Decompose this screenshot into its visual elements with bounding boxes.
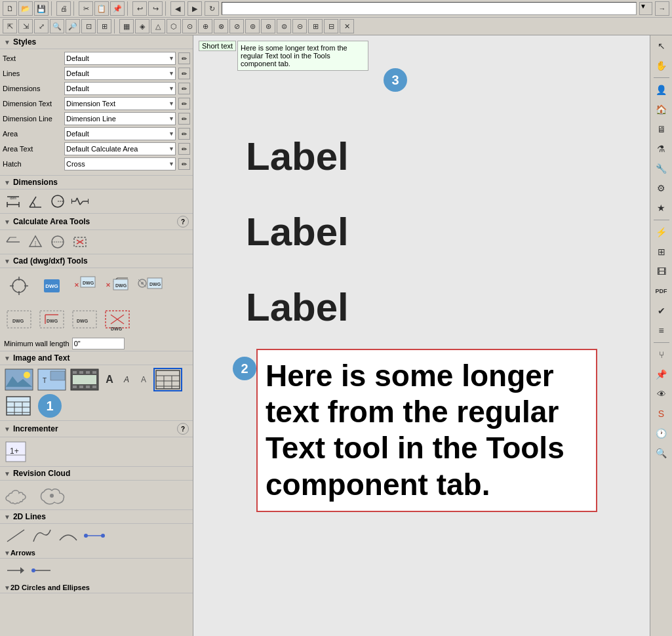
tool-r2[interactable]: ⇲ (18, 19, 33, 33)
calc-tool-3[interactable] (49, 233, 67, 251)
tool-r22[interactable]: ✕ (340, 19, 354, 33)
image-text-header[interactable]: ▼ Image and Text (0, 351, 193, 365)
style-select-dimensions[interactable]: Default (64, 82, 176, 95)
style-select-area-text[interactable]: Default Calculate Area (64, 142, 176, 155)
arrow-tool-2[interactable] (30, 561, 54, 580)
style-select-text[interactable]: Default (64, 52, 176, 65)
img-tool-table[interactable] (153, 368, 182, 391)
cad-dwg3-btn[interactable]: DWG (135, 271, 165, 301)
style-icon-text[interactable]: ✏ (178, 52, 190, 64)
tool-r6[interactable]: ⊡ (81, 19, 96, 33)
cad-dwg4-btn[interactable]: DWG (4, 304, 34, 334)
tool-r19[interactable]: ⊝ (292, 19, 307, 33)
refresh-btn[interactable]: ↻ (205, 1, 219, 16)
calc-help-btn[interactable]: ? (177, 216, 189, 228)
rt-check-btn[interactable]: ✔ (652, 302, 671, 320)
tool-r15[interactable]: ⊘ (229, 19, 244, 33)
img-tool-a[interactable]: A (119, 372, 134, 387)
img-tool-film[interactable] (69, 368, 100, 391)
cad-dwg2-btn[interactable]: ✕ DWG (102, 271, 132, 301)
style-select-hatch[interactable]: Cross (64, 157, 176, 170)
rt-search-btn[interactable]: 🔍 (652, 444, 671, 462)
new-btn[interactable]: 🗋 (3, 1, 17, 16)
rt-clock-btn[interactable]: 🕐 (652, 424, 671, 443)
tool-r17[interactable]: ⊛ (261, 19, 275, 33)
line-tool-3[interactable] (56, 527, 80, 545)
line-tool-4[interactable] (83, 527, 106, 545)
dim-angle-btn[interactable] (26, 192, 45, 210)
rt-robot-btn[interactable]: 🔧 (652, 159, 671, 178)
cad-dwg5-btn[interactable]: DWG (37, 304, 67, 334)
tool-r8[interactable]: ▦ (119, 19, 134, 33)
rt-sketchup-btn[interactable]: S (652, 405, 671, 423)
rt-fork-btn[interactable]: ⑂ (652, 346, 671, 364)
incr-header[interactable]: ▼ Incrementer ? (0, 421, 193, 437)
cad-dwg1-btn[interactable]: ✕ DWG (69, 271, 100, 301)
style-icon-lines[interactable]: ✏ (178, 68, 190, 79)
cut-btn[interactable]: ✂ (79, 1, 93, 16)
tool-r7[interactable]: ⊞ (97, 19, 111, 33)
rev-header[interactable]: ▼ Revision Cloud (0, 467, 193, 481)
tool-r13[interactable]: ⊕ (198, 19, 212, 33)
save-btn[interactable]: 💾 (34, 1, 49, 16)
tool-r5[interactable]: 🔎 (66, 19, 80, 33)
rt-star-btn[interactable]: ★ (652, 199, 671, 217)
rt-pdf-btn[interactable]: PDF (652, 282, 671, 300)
style-icon-hatch[interactable]: ✏ (178, 158, 190, 170)
tool-r18[interactable]: ⊜ (277, 19, 291, 33)
calc-tool-4[interactable] (71, 233, 89, 251)
calc-tool-2[interactable] (26, 233, 45, 251)
address-go-btn[interactable]: ▼ (639, 2, 652, 15)
img-tool-A[interactable]: A (102, 372, 117, 387)
wall-length-input[interactable]: 0" (72, 338, 125, 349)
style-icon-area[interactable]: ✏ (178, 128, 190, 140)
img-tool-photo[interactable] (4, 368, 34, 391)
circles-header[interactable]: ▼ 2D Circles and Ellipses (0, 582, 193, 593)
tool-r4[interactable]: 🔍 (50, 19, 64, 33)
style-select-dimension-line[interactable]: Dimension Line (64, 112, 176, 125)
tool-r12[interactable]: ⊙ (182, 19, 197, 33)
undo-btn[interactable]: ↩ (132, 1, 147, 16)
style-select-area[interactable]: Default (64, 127, 176, 140)
dim-linear-btn[interactable]: dim (4, 192, 22, 210)
arrows-header[interactable]: ▼ Arrows (0, 547, 193, 559)
tool-r1[interactable]: ⇱ (3, 19, 17, 33)
rt-flask-btn[interactable]: ⚗ (652, 140, 671, 158)
dim-break-btn[interactable] (71, 192, 89, 210)
style-icon-dimensions[interactable]: ✏ (178, 83, 190, 94)
style-icon-dimension-line[interactable]: ✏ (178, 113, 190, 125)
rt-monitor-btn[interactable]: 🖥 (652, 120, 671, 138)
cad-dwg7-btn[interactable]: DWG (102, 304, 132, 334)
img-tool-text-photo[interactable]: T (37, 368, 67, 391)
calc-tool-1[interactable] (4, 233, 22, 251)
arrow-tool-1[interactable] (4, 561, 28, 580)
cad-blue-rect-btn[interactable]: DWG (37, 271, 67, 301)
style-select-lines[interactable]: Default (64, 67, 176, 80)
style-icon-area-text[interactable]: ✏ (178, 143, 190, 155)
line-tool-2[interactable] (30, 527, 54, 545)
go-btn[interactable]: → (655, 1, 669, 16)
tool-r21[interactable]: ⊟ (324, 19, 338, 33)
img-tool-A2[interactable]: A (136, 372, 151, 387)
incr-help-btn[interactable]: ? (177, 423, 189, 435)
tool-r10[interactable]: △ (151, 19, 165, 33)
rt-eye-btn[interactable]: 👁 (652, 385, 671, 403)
open-btn[interactable]: 📂 (18, 1, 33, 16)
styles-section-header[interactable]: ▼ Styles (0, 35, 193, 49)
cad-crosshair-btn[interactable] (4, 271, 34, 301)
rt-usb-btn[interactable]: ⚡ (652, 223, 671, 241)
redo-btn[interactable]: ↪ (148, 1, 163, 16)
rev-cloud2-btn[interactable] (38, 483, 68, 507)
print-btn[interactable]: 🖨 (56, 1, 71, 16)
calc-header[interactable]: ▼ Calculate Area Tools ? (0, 214, 193, 230)
forward-btn[interactable]: ▶ (188, 1, 202, 16)
paste-btn[interactable]: 📌 (110, 1, 125, 16)
cad-dwg6-btn[interactable]: DWG (69, 304, 100, 334)
tool-r9[interactable]: ◈ (135, 19, 149, 33)
dim-radius-btn[interactable] (49, 192, 67, 210)
tool-r11[interactable]: ⬡ (167, 19, 181, 33)
back-btn[interactable]: ◀ (170, 1, 185, 16)
tool-r16[interactable]: ⊚ (245, 19, 260, 33)
rt-grid-btn[interactable]: ⊞ (652, 243, 671, 261)
copy-btn[interactable]: 📋 (94, 1, 109, 16)
